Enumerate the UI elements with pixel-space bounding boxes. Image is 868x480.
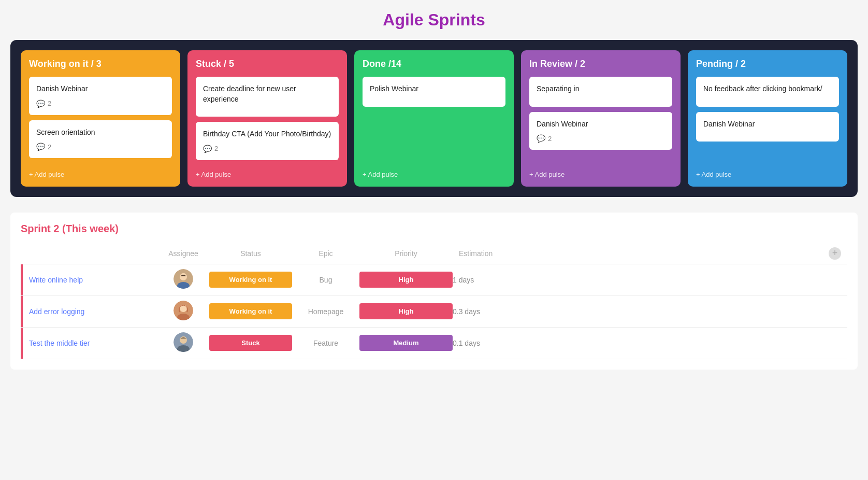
col-status: Status — [209, 243, 292, 264]
task-name[interactable]: Write online help — [23, 276, 157, 284]
col-name — [21, 243, 157, 264]
column-header-pending: Pending / 2 — [696, 59, 839, 69]
comment-count: 2 — [214, 145, 218, 152]
kanban-column-review: In Review / 2Separating inDanish Webinar… — [521, 50, 681, 187]
avatar — [173, 301, 193, 320]
kanban-card[interactable]: Screen orientation💬 2 — [29, 120, 172, 159]
task-priority-cell: High — [359, 295, 453, 327]
kanban-card[interactable]: Create deadline for new user experience — [196, 77, 339, 117]
add-pulse-pending[interactable]: + Add pulse — [696, 165, 839, 178]
kanban-board: Working on it / 3Danish Webinar💬 2Screen… — [10, 40, 858, 197]
comment-count: 2 — [48, 143, 51, 151]
kanban-card[interactable]: Polish Webinar — [363, 77, 505, 107]
add-pulse-review[interactable]: + Add pulse — [529, 165, 672, 178]
card-title: Birthday CTA (Add Your Photo/Birthday) — [203, 129, 331, 139]
avatar — [173, 332, 193, 352]
col-estimation: Estimation — [453, 243, 710, 264]
status-badge[interactable]: Working on it — [209, 272, 292, 288]
comment-icon: 💬 — [36, 100, 45, 108]
task-name-cell: Test the middle tier — [21, 327, 157, 359]
task-estimation-cell: 1 days — [453, 264, 710, 295]
task-name-cell: Add error logging — [21, 295, 157, 327]
add-pulse-working[interactable]: + Add pulse — [29, 165, 172, 178]
svg-point-11 — [180, 336, 186, 343]
task-priority-cell: Medium — [359, 327, 453, 359]
task-assignee-cell — [157, 295, 209, 327]
column-header-review: In Review / 2 — [529, 59, 672, 69]
kanban-card[interactable]: No feedback after clicking bookmark/ — [696, 77, 839, 107]
task-status-cell: Working on it — [209, 264, 292, 295]
task-actions-cell — [710, 327, 847, 359]
card-title: Create deadline for new user experience — [203, 84, 331, 104]
page-title: Agile Sprints — [10, 10, 858, 30]
task-actions-cell — [710, 295, 847, 327]
avatar — [173, 269, 193, 289]
task-name[interactable]: Add error logging — [23, 307, 157, 316]
column-header-working: Working on it / 3 — [29, 59, 172, 69]
kanban-column-done: Done /14Polish Webinar+ Add pulse — [354, 50, 514, 187]
priority-badge[interactable]: Medium — [359, 335, 453, 351]
table-row: Add error logging Working on it Homepage… — [21, 295, 847, 327]
task-name[interactable]: Test the middle tier — [23, 339, 157, 347]
kanban-card[interactable]: Birthday CTA (Add Your Photo/Birthday)💬 … — [196, 122, 339, 160]
card-title: Separating in — [537, 84, 665, 94]
kanban-column-working: Working on it / 3Danish Webinar💬 2Screen… — [21, 50, 180, 187]
card-comment: 💬 2 — [36, 100, 165, 108]
task-status-cell: Working on it — [209, 295, 292, 327]
comment-icon: 💬 — [537, 134, 545, 143]
table-row: Test the middle tier Stuck Feature Mediu… — [21, 327, 847, 359]
card-comment: 💬 2 — [36, 143, 165, 151]
task-actions-cell — [710, 264, 847, 295]
sprint-section: Sprint 2 (This week) Assignee Status Epi… — [10, 213, 858, 370]
kanban-column-pending: Pending / 2No feedback after clicking bo… — [688, 50, 847, 187]
task-priority-cell: High — [359, 264, 453, 295]
kanban-column-stuck: Stuck / 5Create deadline for new user ex… — [187, 50, 347, 187]
card-title: Danish Webinar — [36, 84, 165, 94]
col-add[interactable]: + — [710, 243, 847, 264]
add-pulse-done[interactable]: + Add pulse — [363, 165, 505, 178]
task-estimation-cell: 0.1 days — [453, 327, 710, 359]
status-badge[interactable]: Stuck — [209, 335, 292, 351]
priority-badge[interactable]: High — [359, 272, 453, 288]
kanban-card[interactable]: Separating in — [529, 77, 672, 107]
task-assignee-cell — [157, 327, 209, 359]
card-comment: 💬 2 — [537, 134, 665, 143]
card-title: Screen orientation — [36, 128, 165, 138]
add-column-button[interactable]: + — [829, 247, 841, 260]
task-name-cell: Write online help — [21, 264, 157, 295]
task-epic-cell: Feature — [292, 327, 359, 359]
col-priority: Priority — [359, 243, 453, 264]
sprint-title: Sprint 2 (This week) — [21, 213, 847, 243]
comment-icon: 💬 — [36, 143, 45, 151]
column-header-done: Done /14 — [363, 59, 505, 69]
table-row: Write online help Working on it Bug High… — [21, 264, 847, 295]
column-header-stuck: Stuck / 5 — [196, 59, 339, 69]
card-comment: 💬 2 — [203, 145, 331, 153]
col-assignee: Assignee — [157, 243, 209, 264]
comment-icon: 💬 — [203, 145, 212, 153]
card-title: Danish Webinar — [537, 119, 665, 130]
task-estimation-cell: 0.3 days — [453, 295, 710, 327]
status-badge[interactable]: Working on it — [209, 303, 292, 319]
kanban-card[interactable]: Danish Webinar💬 2 — [529, 112, 672, 150]
sprint-table: Assignee Status Epic Priority Estimation… — [21, 243, 847, 359]
card-title: No feedback after clicking bookmark/ — [703, 84, 832, 94]
task-assignee-cell — [157, 264, 209, 295]
add-pulse-stuck[interactable]: + Add pulse — [196, 165, 339, 178]
task-status-cell: Stuck — [209, 327, 292, 359]
comment-count: 2 — [48, 100, 51, 107]
col-epic: Epic — [292, 243, 359, 264]
card-title: Polish Webinar — [370, 84, 498, 94]
priority-badge[interactable]: High — [359, 303, 453, 319]
kanban-card[interactable]: Danish Webinar💬 2 — [29, 77, 172, 115]
kanban-card[interactable]: Danish Webinar — [696, 112, 839, 142]
card-title: Danish Webinar — [703, 119, 832, 130]
task-epic-cell: Homepage — [292, 295, 359, 327]
task-epic-cell: Bug — [292, 264, 359, 295]
comment-count: 2 — [548, 135, 552, 143]
